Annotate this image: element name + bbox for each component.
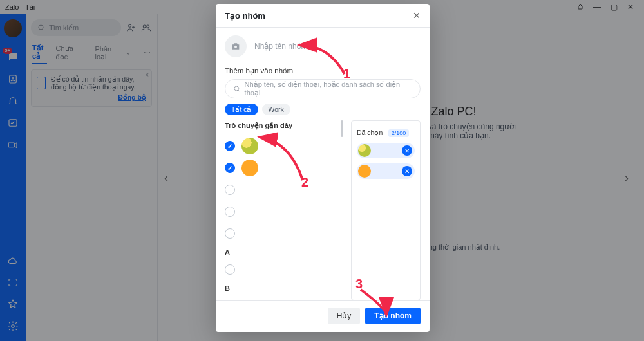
recent-label: Trò chuyện gần đây xyxy=(225,122,343,130)
contact-list: Trò chuyện gần đây A B xyxy=(225,120,346,300)
app-window: Zalo - Tài — ▢ ✕ 5+ xyxy=(0,0,644,341)
list-item[interactable] xyxy=(225,157,343,179)
chip-work[interactable]: Work xyxy=(262,104,290,115)
selected-pill: ✕ xyxy=(357,163,415,179)
close-modal-button[interactable]: ✕ xyxy=(413,10,421,21)
selected-panel: Đã chọn 2/100 ✕ ✕ xyxy=(351,120,421,300)
svg-point-11 xyxy=(234,86,239,91)
checkbox-off[interactable] xyxy=(225,185,235,195)
remove-icon[interactable]: ✕ xyxy=(402,166,412,176)
group-name-input[interactable] xyxy=(253,38,421,55)
checkbox-off[interactable] xyxy=(225,207,235,217)
list-item[interactable] xyxy=(225,259,343,281)
list-item[interactable] xyxy=(225,179,343,201)
alpha-header-b: B xyxy=(225,284,343,292)
list-item[interactable] xyxy=(225,223,343,244)
friend-search-input[interactable]: Nhập tên, số điện thoại, hoặc danh sách … xyxy=(225,79,421,98)
avatar xyxy=(358,144,371,157)
friend-search-placeholder: Nhập tên, số điện thoại, hoặc danh sách … xyxy=(245,80,412,97)
alpha-header-a: A xyxy=(225,248,343,256)
checkbox-on[interactable] xyxy=(225,141,235,151)
cancel-button[interactable]: Hủy xyxy=(328,308,361,324)
checkbox-on[interactable] xyxy=(225,163,235,173)
avatar xyxy=(242,138,258,154)
create-button[interactable]: Tạo nhóm xyxy=(365,308,421,324)
group-photo-button[interactable] xyxy=(225,35,247,57)
list-item[interactable] xyxy=(225,201,343,223)
create-group-modal: Tạo nhóm ✕ Thêm bạn vào nhóm Nhập tên, s… xyxy=(216,4,430,332)
chip-all[interactable]: Tất cả xyxy=(225,104,258,115)
add-friends-label: Thêm bạn vào nhóm xyxy=(225,66,421,75)
svg-point-10 xyxy=(234,46,237,48)
selected-label: Đã chọn xyxy=(357,129,383,136)
list-item[interactable] xyxy=(225,135,343,157)
remove-icon[interactable]: ✕ xyxy=(402,145,412,156)
modal-title: Tạo nhóm xyxy=(225,11,265,21)
list-item[interactable] xyxy=(225,295,343,300)
selected-pill: ✕ xyxy=(357,143,415,158)
scrollbar[interactable] xyxy=(341,120,343,137)
checkbox-off[interactable] xyxy=(225,228,235,239)
avatar xyxy=(358,165,371,178)
avatar xyxy=(242,160,258,176)
selected-count: 2/100 xyxy=(388,129,410,137)
checkbox-off[interactable] xyxy=(225,264,235,275)
